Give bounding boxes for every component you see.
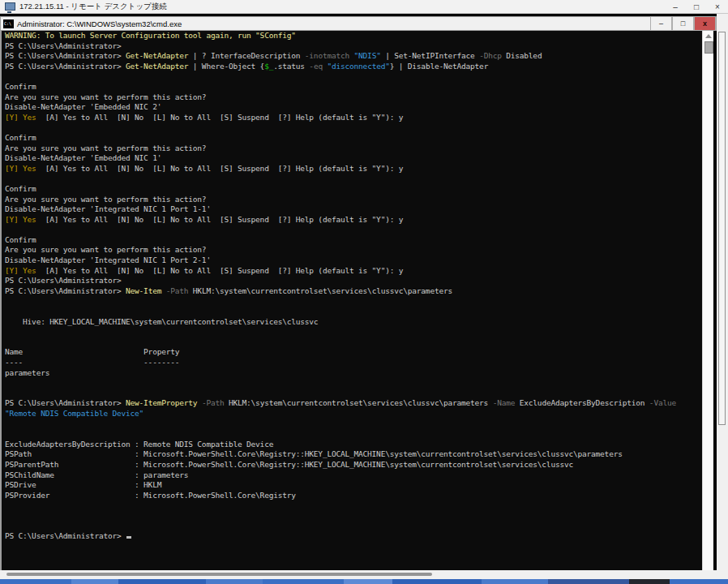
console-line: PS C:\Users\Administrator> New-ItemPrope… [5,398,702,409]
console-line [5,378,702,389]
console-line [5,296,702,307]
console-line [5,500,702,511]
console-line: PS C:\Users\Administrator> New-Item -Pat… [5,286,702,297]
rdp-minimize-button[interactable]: – [665,0,686,14]
rdp-close-button[interactable]: × [707,0,728,14]
console-line: Disable-NetAdapter 'Embedded NIC 2' [5,102,702,113]
console-line: Confirm [5,184,702,195]
cmd-maximize-button[interactable]: □ [672,16,694,31]
console-line: Hive: HKEY_LOCAL_MACHINE\system\currentc… [5,317,702,328]
console-line [5,522,702,532]
console-text: WARNING: To launch Server Configuration … [5,31,702,542]
console-line: PS C:\Users\Administrator> Get-NetAdapte… [5,51,702,62]
rdp-vertical-scrollbar-thumb[interactable] [718,32,726,425]
cmd-icon: C:\ [3,19,14,28]
console-line: PSParentPath : Microsoft.PowerShell.Core… [5,460,702,470]
console-line [5,419,702,430]
console-line: Disable-NetAdapter 'Integrated NIC 1 Por… [5,204,702,215]
taskbar-segment [206,579,263,584]
console-line: Confirm [5,133,702,144]
console-line: Disable-NetAdapter 'Integrated NIC 1 Por… [5,256,702,266]
cmd-window-controls: – □ x [650,16,716,31]
console-line [5,337,702,348]
cmd-titlebar[interactable]: C:\ Administrator: C:\WINDOWS\system32\c… [0,16,717,31]
console-line: Are you sure you want to perform this ac… [5,92,702,103]
taskbar-segment [344,579,392,584]
rdp-maximize-button[interactable]: □ [686,0,707,14]
console-line: Disable-NetAdapter 'Embedded NIC 1' [5,153,702,164]
console-line: PS C:\Users\Administrator> [5,41,702,52]
taskbar-segment [0,579,71,584]
console-line: PS C:\Users\Administrator> [5,531,702,542]
taskbar-segment [118,579,206,584]
text-cursor [126,536,131,539]
console-line: PSChildName : parameters [5,470,702,481]
console-line: PS C:\Users\Administrator> [5,276,702,286]
console-line [5,429,702,440]
console-line: PSProvider : Microsoft.PowerShell.Core\R… [5,491,702,501]
console-line: PSDrive : HKLM [5,480,702,491]
console-line: "Remote NDIS Compatible Device" [5,409,702,419]
console-line [5,122,702,133]
rdp-horizontal-scrollbar-thumb[interactable] [6,573,432,576]
cmd-window-title: Administrator: C:\WINDOWS\system32\cmd.e… [17,19,182,28]
rdp-vertical-scrollbar[interactable] [717,14,728,570]
console-line: Are you sure you want to perform this ac… [5,195,702,205]
taskbar-segment [670,579,728,584]
console-line: PSPath : Microsoft.PowerShell.Core\Regis… [5,449,702,460]
console-line: [Y] Yes [A] Yes to All [N] No [L] No to … [5,164,702,174]
rdp-horizontal-scrollbar[interactable] [0,570,717,579]
remote-desktop-icon [5,2,15,11]
console-line [5,71,702,82]
console-line: Confirm [5,235,702,246]
console-line: ExcludeAdaptersByDescription : Remote ND… [5,440,702,450]
console-line: parameters [5,368,702,379]
console-line [5,307,702,317]
console-line: [Y] Yes [A] Yes to All [N] No [L] No to … [5,113,702,123]
console-line: Are you sure you want to perform this ac… [5,245,702,256]
console-line [5,389,702,399]
rdp-titlebar[interactable]: 172.21.15.11 - リモート デスクトップ接続 – □ × [0,0,728,14]
console-line: PS C:\Users\Administrator> Get-NetAdapte… [5,62,702,72]
console-line [5,327,702,337]
rdp-window-title: 172.21.15.11 - リモート デスクトップ接続 [19,2,167,12]
scrollbar-corner [717,570,728,579]
taskbar-segment [263,579,344,584]
rdp-session-window: 172.21.15.11 - リモート デスクトップ接続 – □ × C:\ A… [0,0,728,584]
taskbar-segment [629,579,670,584]
console-line: [Y] Yes [A] Yes to All [N] No [L] No to … [5,266,702,277]
scroll-up-arrow-icon[interactable] [705,34,712,38]
console-scrollbar-thumb[interactable] [704,41,713,54]
taskbar-segment [71,579,118,584]
console-line: Name Property [5,347,702,358]
console-output[interactable]: WARNING: To launch Server Configuration … [0,31,702,570]
taskbar-strip[interactable] [0,579,728,584]
console-line [5,511,702,522]
console-vertical-scrollbar[interactable] [702,31,713,570]
console-line: Confirm [5,82,702,92]
cmd-close-button[interactable]: x [694,16,716,31]
taskbar-segment [392,579,482,584]
taskbar-segment [482,579,548,584]
console-line: [Y] Yes [A] Yes to All [N] No [L] No to … [5,215,702,225]
console-line: Are you sure you want to perform this ac… [5,144,702,154]
rdp-window-controls: – □ × [665,0,728,13]
console-line: WARNING: To launch Server Configuration … [5,31,702,41]
cmd-minimize-button[interactable]: – [650,16,672,31]
console-line: ---- -------- [5,358,702,368]
console-line [5,174,702,184]
taskbar-segment [548,579,629,584]
console-line [5,225,702,235]
